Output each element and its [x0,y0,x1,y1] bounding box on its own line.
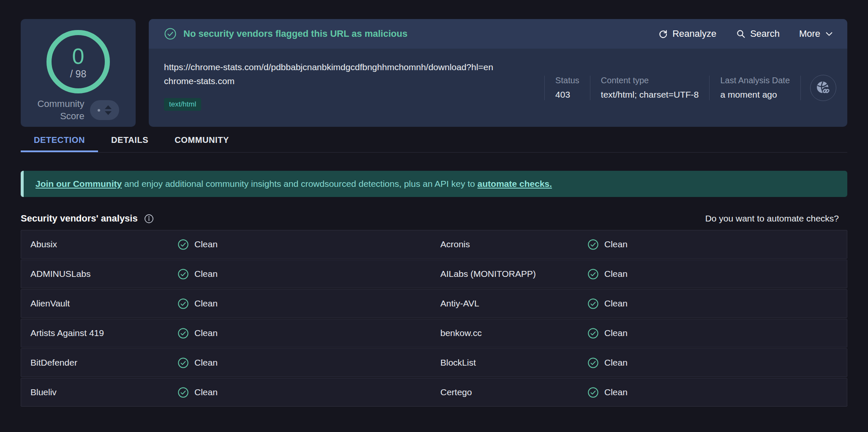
community-promo-banner: Join our Community and enjoy additional … [21,171,847,197]
verdict-message: No security vendors flagged this URL as … [164,27,407,40]
stat-status: Status 403 [545,76,590,100]
community-score-card: 0 / 98 Community Score [21,19,136,127]
table-row: Blueliv Clean Certego Clean [21,378,847,407]
community-vote-widget[interactable] [90,100,119,120]
vendor-status: Clean [177,387,440,398]
status-label: Clean [194,328,218,338]
join-community-link[interactable]: Join our Community [35,179,122,189]
status-label: Clean [194,298,218,309]
stat-last-analysis: Last Analysis Date a moment ago [710,76,800,100]
chevron-down-icon [824,29,834,38]
vendor-status: Clean [177,298,440,309]
status-label: Clean [604,328,628,338]
clean-check-icon [177,387,189,398]
status-label: Clean [194,358,218,368]
vendor-status: Clean [177,357,440,369]
status-label: Clean [194,387,218,397]
vendor-status: Clean [587,298,847,309]
vote-up-icon[interactable] [105,105,112,109]
clean-check-icon [587,268,599,280]
score-total: / 98 [70,68,86,80]
status-label: Clean [194,269,218,279]
vendor-name: ADMINUSLabs [30,269,177,279]
vendor-name: BlockList [440,358,587,368]
vendor-status: Clean [177,328,440,339]
vendor-name: Acronis [440,239,587,249]
table-row: Abusix Clean Acronis Clean [21,230,847,259]
vendor-name: AlienVault [30,298,177,309]
automate-checks-note: Do you want to automate checks? [705,213,847,224]
verdict-text: No security vendors flagged this URL as … [183,28,407,39]
banner-text: and enjoy additional community insights … [122,179,478,189]
header-card-body: https://chrome-stats.com/d/pdbbabjcnanbk… [149,49,847,127]
vendors-table: Abusix Clean Acronis Clean ADMINUSLabs C… [21,230,847,407]
tab-detection[interactable]: DETECTION [21,131,98,152]
vendor-name: Blueliv [30,387,177,397]
vendor-status: Clean [587,328,847,339]
header-stats: Status 403 Content type text/html; chars… [544,75,836,101]
verdict-strip: No security vendors flagged this URL as … [149,19,847,49]
vendor-status: Clean [177,268,440,280]
status-label: Clean [604,387,628,397]
info-icon[interactable] [144,213,154,224]
vendor-name: BitDefender [30,358,177,368]
status-label: Clean [604,358,628,368]
reanalyze-icon [658,29,668,39]
community-score-label: Community Score [37,98,84,122]
score-footer: Community Score [37,98,119,122]
analyzed-domain: chrome-stats.com [164,74,544,88]
search-icon [736,29,746,39]
vendor-name: Certego [440,387,587,397]
status-label: Clean [604,298,628,309]
clean-check-icon [177,298,189,309]
clean-check-icon [177,268,189,280]
url-globe-icon [810,75,836,101]
vote-down-icon[interactable] [105,111,112,115]
vendor-status: Clean [587,357,847,369]
status-label: Clean [604,269,628,279]
clean-check-icon [177,239,189,250]
vendor-status: Clean [587,387,847,398]
clean-check-icon [587,387,599,398]
tab-bar: DETECTION DETAILS COMMUNITY [21,131,847,153]
clean-check-icon [177,357,189,369]
section-title: Security vendors' analysis [21,213,154,224]
vendor-name: Antiy-AVL [440,298,587,309]
automate-checks-link[interactable]: automate checks. [478,179,552,189]
search-button[interactable]: Search [736,28,780,39]
vendor-name: Abusix [30,239,177,249]
reanalyze-button[interactable]: Reanalyze [658,28,716,39]
score-value: 0 [72,45,85,67]
divider [800,76,801,100]
vendor-status: Clean [177,239,440,250]
table-row: Artists Against 419 Clean benkow.cc Clea… [21,319,847,347]
tab-details[interactable]: DETAILS [98,131,161,152]
content-type-tag[interactable]: text/html [164,98,201,111]
check-circle-icon [164,27,177,40]
vendor-name: AILabs (MONITORAPP) [440,269,587,279]
stat-content-type: Content type text/html; charset=UTF-8 [590,76,710,100]
top-section: 0 / 98 Community Score No s [0,0,868,127]
vendor-status: Clean [587,239,847,250]
vendor-name: Artists Against 419 [30,328,177,338]
clean-check-icon [177,328,189,339]
clean-check-icon [587,239,599,250]
vendors-section-head: Security vendors' analysis Do you want t… [21,213,847,224]
analysis-header-card: No security vendors flagged this URL as … [149,19,847,127]
clean-check-icon [587,328,599,339]
table-row: AlienVault Clean Antiy-AVL Clean [21,289,847,318]
vendor-status: Clean [587,268,847,280]
table-row: ADMINUSLabs Clean AILabs (MONITORAPP) Cl… [21,260,847,288]
vote-arrows [105,105,112,115]
status-label: Clean [604,239,628,249]
tab-community[interactable]: COMMUNITY [161,131,242,152]
status-label: Clean [194,239,218,249]
url-block: https://chrome-stats.com/d/pdbbabjcnanbk… [164,49,544,127]
detection-score-ring: 0 / 98 [46,30,110,93]
analyzed-url: https://chrome-stats.com/d/pdbbabjcnanbk… [164,60,544,74]
clean-check-icon [587,357,599,369]
vote-dot-icon [98,109,100,112]
more-button[interactable]: More [799,28,834,39]
vendor-name: benkow.cc [440,328,587,338]
table-row: BitDefender Clean BlockList Clean [21,348,847,377]
